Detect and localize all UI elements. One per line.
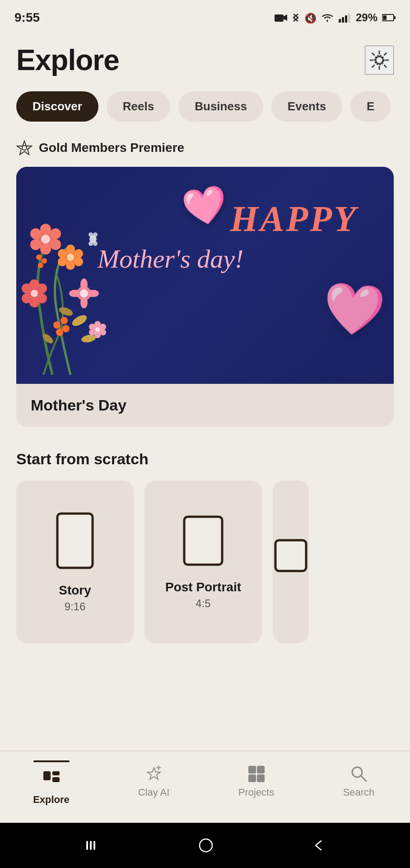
svg-point-29 <box>67 254 74 261</box>
heart-right: 🩷 <box>321 278 387 341</box>
svg-rect-70 <box>275 540 306 571</box>
svg-point-65 <box>36 255 42 260</box>
svg-point-13 <box>22 146 27 150</box>
status-time: 9:55 <box>14 10 40 25</box>
mute-icon: 🔇 <box>304 12 316 24</box>
svg-point-23 <box>66 245 75 254</box>
tab-business[interactable]: Business <box>178 91 263 122</box>
filter-tabs: Discover Reels Business Events E <box>16 91 394 122</box>
nav-label-explore: Explore <box>33 794 70 806</box>
svg-point-46 <box>62 325 70 332</box>
mothers-day-bg: HAPPY Mother's day! 🩷 🩷 <box>16 167 394 384</box>
svg-point-25 <box>74 257 83 266</box>
story-icon <box>55 511 95 572</box>
android-menu-btn[interactable] <box>84 839 101 852</box>
svg-rect-75 <box>257 766 265 774</box>
nav-item-search[interactable]: Search <box>308 760 410 798</box>
bluetooth-icon <box>292 11 300 24</box>
svg-point-63 <box>89 324 95 330</box>
svg-point-28 <box>58 249 67 258</box>
android-back-btn[interactable] <box>311 838 326 853</box>
scratch-card-story[interactable]: Story 9:16 <box>16 481 134 643</box>
scratch-card-third[interactable] <box>273 481 309 643</box>
svg-point-56 <box>89 241 93 246</box>
svg-line-79 <box>361 776 366 781</box>
svg-point-60 <box>100 329 106 335</box>
search-icon <box>349 764 369 784</box>
svg-rect-9 <box>394 16 396 19</box>
scratch-card-post-portrait[interactable]: Post Portrait 4:5 <box>144 481 262 643</box>
feature-card-label: Mother's Day <box>16 384 394 427</box>
svg-point-24 <box>74 249 83 258</box>
svg-rect-0 <box>275 14 284 22</box>
android-home-btn[interactable] <box>198 837 214 854</box>
svg-point-27 <box>58 257 67 266</box>
svg-point-50 <box>81 334 96 343</box>
nav-label-clay-ai: Clay AI <box>138 787 170 798</box>
svg-rect-8 <box>383 15 387 20</box>
svg-point-16 <box>50 228 61 239</box>
story-card-ratio: 9:16 <box>65 600 86 613</box>
battery-percent: 29% <box>356 11 377 24</box>
svg-point-39 <box>80 278 88 290</box>
svg-point-10 <box>376 57 383 64</box>
svg-point-35 <box>22 293 32 303</box>
svg-point-67 <box>38 263 43 268</box>
settings-button[interactable] <box>365 46 394 75</box>
svg-point-53 <box>89 232 93 237</box>
story-card-name: Story <box>59 583 91 598</box>
tab-reels[interactable]: Reels <box>107 91 170 122</box>
svg-point-59 <box>100 324 106 330</box>
nav-active-line <box>33 760 70 762</box>
svg-point-43 <box>80 289 88 297</box>
svg-rect-4 <box>342 17 344 23</box>
svg-point-49 <box>58 306 74 317</box>
svg-point-61 <box>94 332 101 338</box>
signal-icon <box>339 13 351 23</box>
gold-members-label: Gold Members Premiere <box>39 141 184 155</box>
svg-rect-76 <box>248 774 256 782</box>
page-title: Explore <box>16 43 119 77</box>
nav-item-explore[interactable]: Explore <box>0 760 102 806</box>
svg-point-54 <box>93 232 98 237</box>
svg-rect-6 <box>348 14 350 23</box>
svg-rect-77 <box>257 774 265 782</box>
svg-point-83 <box>200 839 212 852</box>
clay-ai-icon <box>144 764 164 784</box>
explore-icon <box>42 769 61 789</box>
status-bar: 9:55 🔇 29% <box>0 0 410 33</box>
happy-text: HAPPY <box>230 198 358 240</box>
svg-rect-80 <box>86 841 88 850</box>
svg-rect-73 <box>52 777 60 782</box>
svg-point-66 <box>42 258 47 264</box>
nav-item-clay-ai[interactable]: Clay AI <box>102 760 205 798</box>
tab-discover[interactable]: Discover <box>16 91 98 122</box>
svg-rect-68 <box>57 514 93 568</box>
heart-top: 🩷 <box>179 181 231 231</box>
svg-point-44 <box>53 321 61 329</box>
bottom-nav: Explore Clay AI Projects Search <box>0 750 410 823</box>
svg-rect-72 <box>52 771 60 775</box>
scratch-cards: Story 9:16 Post Portrait 4:5 <box>16 481 394 643</box>
svg-point-42 <box>87 290 99 297</box>
nav-label-search: Search <box>343 787 375 798</box>
svg-rect-5 <box>345 15 347 23</box>
tab-more[interactable]: E <box>350 91 391 122</box>
wifi-icon <box>321 12 334 23</box>
tab-events[interactable]: Events <box>271 91 342 122</box>
status-icons: 🔇 29% <box>275 11 396 24</box>
android-nav <box>0 823 410 868</box>
svg-marker-1 <box>284 14 287 21</box>
floral-decoration <box>16 167 152 384</box>
svg-point-55 <box>93 241 98 246</box>
feature-card-image: HAPPY Mother's day! 🩷 🩷 <box>16 167 394 384</box>
nav-item-projects[interactable]: Projects <box>205 760 308 798</box>
svg-rect-82 <box>93 841 95 850</box>
main-content: Explore Discover Reels Business Events E… <box>0 33 410 732</box>
feature-card-mothers-day[interactable]: HAPPY Mother's day! 🩷 🩷 Mother's Day <box>16 167 394 427</box>
battery-icon <box>382 14 396 22</box>
camera-icon <box>275 13 287 23</box>
post-portrait-card-ratio: 4:5 <box>196 597 210 610</box>
header: Explore <box>16 43 394 77</box>
post-portrait-icon <box>181 514 226 569</box>
